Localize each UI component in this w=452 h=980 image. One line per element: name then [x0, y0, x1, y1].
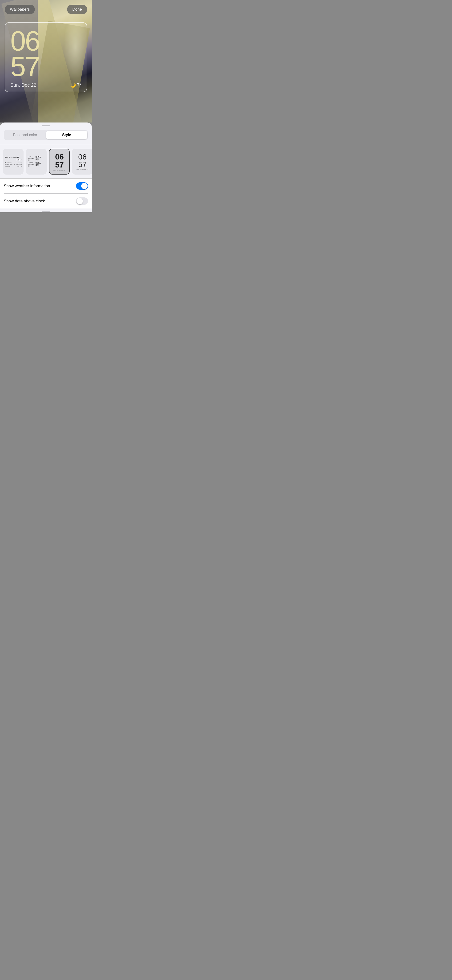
card-wc-row-local: Local Sun, Dec 22 06:57 PM	[28, 156, 45, 161]
toggle-weather-thumb	[81, 183, 87, 189]
toggle-row-weather: Show weather information	[4, 178, 88, 193]
card-digital-thin-hours: 06	[78, 153, 87, 161]
bottom-sheet: Font and color Style Sun, December 22 6:…	[0, 123, 92, 212]
tab-style[interactable]: Style	[46, 131, 87, 139]
card-digital-bold-minutes: 57	[55, 161, 63, 169]
style-card-worldclock[interactable]: Local Sun, Dec 22 06:57 PM London Sun, D…	[26, 149, 47, 175]
weather-icon: 🌙	[70, 82, 76, 88]
clock-weather: 🌙 7°	[70, 82, 81, 88]
card-wc-row-london: London Sun, Dec 22 03:27 PM	[28, 162, 45, 167]
drag-handle	[42, 125, 50, 126]
card-cal-event-1: My birthday All day	[5, 162, 22, 164]
card-cal-event-3: Car Wash 1:00 PM	[5, 165, 22, 167]
style-card-digital-thin[interactable]: 06 57 Sun, December 22	[72, 149, 92, 175]
card-cal-events: My birthday All day Meeting with Sue 10:…	[5, 162, 22, 167]
clock-date: Sun, Dec 22	[10, 83, 36, 88]
tab-switcher: Font and color Style	[4, 130, 88, 140]
toggle-weather-switch[interactable]	[76, 182, 88, 189]
clock-widget: 06 57 Sun, Dec 22 🌙 7°	[5, 22, 87, 92]
card-worldclock-content: Local Sun, Dec 22 06:57 PM London Sun, D…	[26, 154, 47, 169]
style-card-calendar[interactable]: Sun, December 22 6:57 My birthday All da…	[3, 149, 24, 175]
done-button[interactable]: Done	[67, 5, 87, 14]
toggle-row-date: Show date above clock	[4, 194, 88, 208]
card-cal-event-2: Meeting with Sue 10:00 AM	[5, 164, 22, 165]
wallpaper-section: Wallpapers Done 06 57 Sun, Dec 22 🌙 7°	[0, 0, 92, 123]
style-cards: Sun, December 22 6:57 My birthday All da…	[0, 145, 92, 178]
card-calendar-content: Sun, December 22 6:57 My birthday All da…	[3, 154, 24, 169]
card-cal-time: 6:57	[5, 159, 22, 161]
toggle-date-switch[interactable]	[76, 197, 88, 205]
card-cal-date: Sun, December 22	[5, 156, 22, 158]
clock-footer: Sun, Dec 22 🌙 7°	[10, 82, 81, 88]
style-card-digital-bold[interactable]: 06 57 Sun, December 22	[49, 149, 70, 175]
card-digital-bold-content: 06 57 Sun, December 22	[54, 153, 65, 171]
toggle-weather-label: Show weather information	[4, 184, 50, 188]
toggle-date-label: Show date above clock	[4, 199, 45, 204]
wallpapers-button[interactable]: Wallpapers	[5, 5, 35, 14]
card-digital-thin-date: Sun, December 22	[76, 169, 88, 170]
bottom-handle	[42, 211, 50, 212]
card-digital-thin-minutes: 57	[78, 161, 87, 168]
top-buttons: Wallpapers Done	[0, 5, 92, 14]
toggle-date-thumb	[76, 198, 83, 204]
toggle-section: Show weather information Show date above…	[0, 178, 92, 208]
card-digital-bold-date: Sun, December 22	[54, 169, 65, 171]
card-digital-thin-content: 06 57 Sun, December 22	[76, 153, 88, 170]
weather-temp: 7°	[77, 83, 81, 88]
tab-font-color[interactable]: Font and color	[5, 131, 46, 139]
clock-minutes: 57	[10, 52, 81, 80]
card-digital-bold-hours: 06	[55, 153, 63, 161]
